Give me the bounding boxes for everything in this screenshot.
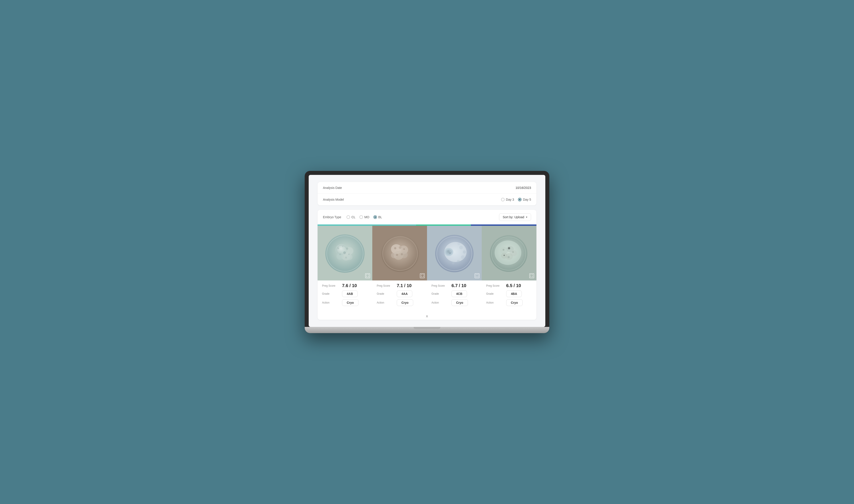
embryo-image-2[interactable]	[372, 226, 427, 281]
preg-score-label-1: Preg Score	[322, 284, 340, 287]
grade-label-4: Grade	[486, 292, 504, 295]
embryo-info-1: Preg Score 7.6 / 10 Grade 4AB Action Cry…	[318, 281, 372, 312]
svg-point-49	[494, 240, 521, 265]
embryo-image-3[interactable]	[427, 226, 482, 281]
analysis-date-label: Analysis Date	[323, 186, 342, 190]
embryo-card-3: Preg Score 6.7 / 10 Grade 4CB Action Cry…	[427, 226, 482, 312]
embryo-svg-4	[482, 226, 536, 281]
expand-icon-2[interactable]	[420, 273, 425, 278]
embryo-card-1: Preg Score 7.6 / 10 Grade 4AB Action Cry…	[318, 226, 372, 312]
day3-label: Day 3	[506, 198, 514, 201]
svg-point-30	[396, 254, 398, 256]
grade-badge-2: 4AA	[397, 290, 412, 297]
collapse-row: ∧	[318, 312, 536, 320]
grade-label-3: Grade	[432, 292, 449, 295]
radio-circle-bl	[373, 215, 377, 219]
preg-score-row-2: Preg Score 7.1 / 10	[377, 283, 422, 288]
embryo-card-4: Preg Score 6.5 / 10 Grade 4BA Action Cry…	[482, 226, 536, 312]
collapse-button[interactable]: ∧	[426, 314, 428, 318]
embryo-card-2: Preg Score 7.1 / 10 Grade 4AA Action Cry…	[372, 226, 427, 312]
svg-point-16	[345, 257, 347, 258]
svg-point-8	[346, 254, 352, 260]
radio-circle-cl	[347, 215, 350, 219]
svg-point-45	[457, 242, 460, 245]
svg-point-12	[346, 248, 348, 250]
action-badge-4[interactable]: Cryo	[506, 299, 523, 306]
svg-point-11	[342, 246, 343, 247]
svg-point-14	[339, 253, 341, 255]
radio-circle-day3	[501, 198, 505, 201]
svg-point-42	[461, 255, 465, 259]
svg-point-60	[504, 255, 505, 256]
radio-day5[interactable]: Day 5	[518, 198, 531, 201]
radio-cl[interactable]: CL	[347, 215, 355, 219]
grade-row-4: Grade 4BA	[486, 290, 532, 297]
radio-bl[interactable]: BL	[373, 215, 382, 219]
radio-circle-mo	[360, 215, 363, 219]
embryo-type-label: Embryo Type	[323, 215, 341, 219]
expand-icon-1[interactable]	[365, 273, 370, 278]
svg-point-10	[337, 247, 339, 249]
svg-point-13	[343, 251, 346, 254]
svg-point-56	[503, 249, 504, 251]
day5-label: Day 5	[523, 198, 531, 201]
grade-badge-1: 4AB	[342, 290, 358, 297]
svg-point-15	[348, 254, 350, 255]
grade-badge-4: 4BA	[506, 290, 522, 297]
analysis-date-card: Analysis Date 10/16/2023 Analysis Model …	[318, 182, 536, 205]
action-row-4: Action Cryo	[486, 299, 532, 306]
preg-score-label-2: Preg Score	[377, 284, 395, 287]
svg-point-44	[452, 262, 455, 265]
embryo-info-3: Preg Score 6.7 / 10 Grade 4CB Action Cry…	[427, 281, 482, 312]
analysis-model-radio-group: Day 3 Day 5	[501, 198, 531, 201]
embryo-info-4: Preg Score 6.5 / 10 Grade 4BA Action Cry…	[482, 281, 536, 312]
analysis-model-row: Analysis Model Day 3 Day 5	[318, 194, 536, 205]
svg-point-57	[508, 247, 510, 249]
action-row-1: Action Cryo	[322, 299, 368, 306]
embryo-type-radio-group: CL MO BL	[347, 215, 382, 219]
radio-mo[interactable]: MO	[360, 215, 369, 219]
action-badge-2[interactable]: Cryo	[397, 299, 413, 306]
analysis-date-row: Analysis Date 10/16/2023	[318, 182, 536, 194]
expand-icon-3[interactable]	[475, 273, 480, 278]
type-mo-label: MO	[364, 215, 369, 219]
embryo-image-1[interactable]	[318, 226, 372, 281]
preg-score-value-4: 6.5 / 10	[506, 283, 521, 288]
preg-score-value-2: 7.1 / 10	[397, 283, 412, 288]
laptop-base	[305, 327, 549, 333]
preg-score-label-3: Preg Score	[432, 284, 449, 287]
preg-score-row-3: Preg Score 6.7 / 10	[432, 283, 477, 288]
action-label-2: Action	[377, 301, 395, 304]
embryo-image-4[interactable]	[482, 226, 536, 281]
grade-label-1: Grade	[322, 292, 340, 295]
svg-point-40	[459, 246, 463, 249]
action-row-2: Action Cryo	[377, 299, 422, 306]
action-label-1: Action	[322, 301, 340, 304]
preg-score-row-1: Preg Score 7.6 / 10	[322, 283, 368, 288]
screen-content: Analysis Date 10/16/2023 Analysis Model …	[309, 175, 545, 327]
grade-badge-3: 4CB	[451, 290, 467, 297]
grade-row-2: Grade 4AA	[377, 290, 422, 297]
laptop-frame: Analysis Date 10/16/2023 Analysis Model …	[305, 171, 549, 333]
radio-day3[interactable]: Day 3	[501, 198, 514, 201]
analysis-model-label: Analysis Model	[323, 198, 344, 201]
action-badge-3[interactable]: Cryo	[451, 299, 468, 306]
svg-point-38	[449, 252, 451, 254]
type-cl-label: CL	[351, 215, 355, 219]
sort-button[interactable]: Sort by: Upload ▾	[499, 213, 531, 221]
embryo-svg-1	[318, 226, 372, 281]
expand-icon-4[interactable]	[529, 273, 534, 278]
action-row-3: Action Cryo	[432, 299, 477, 306]
embryo-info-2: Preg Score 7.1 / 10 Grade 4AA Action Cry…	[372, 281, 427, 312]
embryo-svg-3	[427, 226, 482, 281]
svg-point-41	[463, 250, 466, 254]
embryo-section: Embryo Type CL MO	[318, 210, 536, 320]
action-label-4: Action	[486, 301, 504, 304]
embryo-grid: Preg Score 7.6 / 10 Grade 4AB Action Cry…	[318, 226, 536, 312]
svg-point-26	[394, 247, 396, 249]
preg-score-row-4: Preg Score 6.5 / 10	[486, 283, 532, 288]
svg-point-27	[399, 246, 401, 249]
action-label-3: Action	[432, 301, 449, 304]
grade-row-3: Grade 4CB	[432, 290, 477, 297]
action-badge-1[interactable]: Cryo	[342, 299, 359, 306]
